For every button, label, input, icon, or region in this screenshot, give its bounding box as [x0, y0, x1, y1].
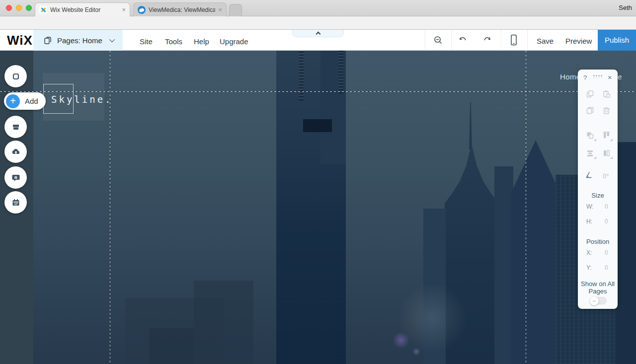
trash-icon[interactable]: [602, 106, 611, 115]
show-on-all-pages-toggle[interactable]: –: [590, 297, 607, 304]
size-section-label: Size: [578, 192, 618, 199]
wix-editor-window: Wix Website Editor × ViewMedica: ViewMed…: [0, 0, 636, 364]
tab-title: Wix Website Editor: [50, 6, 119, 13]
lens-flare-purple: [393, 332, 409, 349]
undo-icon[interactable]: [458, 35, 469, 46]
match-size-icon-wrap[interactable]: [602, 149, 611, 157]
match-size-icon: [602, 149, 611, 157]
cloud-upload-icon: [10, 146, 21, 157]
site-canvas[interactable]: [33, 51, 636, 364]
arrange-icon: [586, 131, 594, 140]
square-icon: [11, 72, 21, 81]
blog-bubble-icon: B: [11, 173, 21, 183]
traffic-zoom-button[interactable]: [26, 5, 32, 11]
building-spire: [468, 102, 473, 149]
building-right-edge: [615, 142, 636, 364]
traffic-close-button[interactable]: [6, 5, 12, 11]
browser-tab-strip: Wix Website Editor × ViewMedica: ViewMed…: [0, 0, 636, 16]
background-building: [149, 328, 194, 364]
collapse-panel-tab[interactable]: [292, 30, 344, 37]
new-tab-button[interactable]: [229, 4, 242, 16]
svg-text:B: B: [14, 175, 17, 180]
width-label: W:: [586, 203, 593, 210]
tab-wix-website-editor[interactable]: Wix Website Editor ×: [35, 2, 130, 16]
tab-close-icon[interactable]: ×: [122, 6, 126, 13]
storefront-icon: [11, 122, 21, 132]
media-upload-button[interactable]: [4, 141, 27, 163]
tab-title: ViewMedica: ViewMedica® We: [149, 6, 215, 13]
add-button[interactable]: + Add: [4, 92, 46, 110]
panel-close-icon[interactable]: ×: [608, 73, 612, 81]
page-background-button[interactable]: [4, 65, 27, 87]
align-icon-wrap[interactable]: [602, 131, 611, 140]
rotation-value[interactable]: 0°: [603, 172, 609, 180]
wix-favicon-icon: [39, 6, 47, 14]
bookings-calendar-icon: 17: [11, 198, 21, 208]
menu-site[interactable]: Site: [140, 37, 153, 46]
browser-profile-name: Seth: [619, 4, 632, 11]
building-gabled-tower: [511, 140, 560, 364]
toolbar-divider: [501, 30, 501, 51]
horizontal-guide[interactable]: [0, 91, 636, 92]
chevron-down-icon: [109, 37, 115, 42]
pages-selector[interactable]: Pages: Home: [33, 30, 123, 51]
panel-drag-handle[interactable]: [593, 74, 603, 78]
tab-viewmedica[interactable]: ViewMedica: ViewMedica® We ×: [133, 2, 227, 16]
lens-flare-small: [412, 348, 420, 356]
crane-mast: [339, 51, 343, 93]
duplicate-icon[interactable]: [586, 106, 594, 115]
menu-upgrade[interactable]: Upgrade: [220, 37, 248, 46]
toolbar-divider: [527, 30, 528, 51]
menu-help[interactable]: Help: [194, 37, 209, 46]
pages-icon: [43, 36, 52, 45]
toolbar-divider: [425, 30, 425, 51]
viewmedica-favicon-icon: [138, 6, 146, 14]
distribute-icon: [586, 149, 594, 157]
width-value[interactable]: 0: [605, 203, 608, 210]
crane-mast: [299, 51, 304, 100]
save-button[interactable]: Save: [537, 37, 554, 45]
svg-text:17: 17: [14, 202, 17, 205]
rotate-icon[interactable]: [584, 170, 593, 179]
x-label: X:: [586, 249, 592, 256]
mobile-view-icon[interactable]: [508, 34, 519, 47]
site-logo-text[interactable]: Skyline.: [51, 94, 113, 105]
toggle-knob[interactable]: –: [590, 296, 599, 305]
building-mid-right: [494, 166, 513, 364]
redo-icon[interactable]: [481, 35, 492, 46]
chevron-up-icon: [316, 32, 321, 37]
menu-tools[interactable]: Tools: [165, 37, 182, 46]
zoom-out-icon[interactable]: [433, 35, 444, 46]
plus-icon: +: [6, 94, 20, 108]
traffic-minimize-button[interactable]: [16, 5, 22, 11]
publish-button[interactable]: Publish: [598, 30, 636, 51]
bookings-button[interactable]: 17: [4, 191, 27, 214]
toolbar-divider: [451, 30, 452, 51]
x-value[interactable]: 0: [605, 249, 608, 256]
vertical-guide-left[interactable]: [110, 51, 110, 364]
background-building: [194, 281, 253, 364]
arrange-icon-wrap[interactable]: [586, 131, 594, 140]
element-settings-panel: ? ×: [578, 70, 618, 309]
vertical-guide-right[interactable]: [526, 51, 526, 364]
show-on-all-pages-label: Show on All Pages: [580, 280, 616, 295]
pages-selector-label: Pages: Home: [57, 36, 102, 45]
panel-help-button[interactable]: ?: [583, 74, 587, 81]
distribute-icon-wrap[interactable]: [586, 149, 594, 157]
building-window-band: [303, 119, 332, 132]
preview-button[interactable]: Preview: [565, 37, 592, 45]
tab-close-icon[interactable]: ×: [218, 6, 222, 13]
paste-icon[interactable]: [602, 90, 611, 98]
height-label: H:: [586, 218, 592, 225]
y-label: Y:: [586, 264, 592, 271]
align-icon: [602, 131, 611, 140]
blog-button[interactable]: B: [4, 166, 27, 189]
wix-logo: WiX: [7, 33, 33, 48]
site-nav-partial: e: [618, 73, 622, 81]
height-value[interactable]: 0: [605, 218, 608, 225]
position-section-label: Position: [578, 238, 618, 245]
store-button[interactable]: [4, 116, 27, 138]
copy-icon[interactable]: [586, 90, 594, 98]
y-value[interactable]: 0: [605, 264, 608, 271]
add-button-label: Add: [25, 97, 38, 105]
